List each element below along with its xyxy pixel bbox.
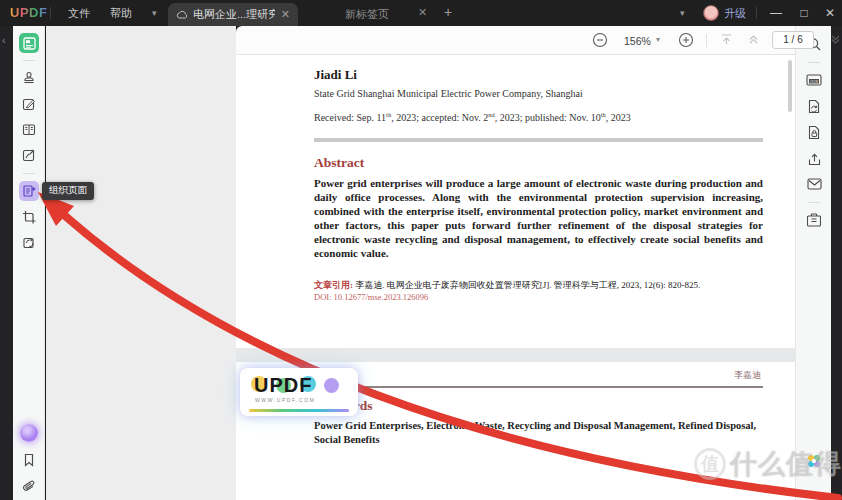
left-edge-strip: ‹ <box>0 26 13 500</box>
next-page-icon[interactable] <box>828 32 842 51</box>
citation-label: 文章引用: <box>314 280 353 290</box>
gradient-bar <box>249 409 349 412</box>
reader-form-icon[interactable] <box>19 120 39 140</box>
section-divider <box>314 138 763 142</box>
attachment-icon[interactable] <box>19 476 39 496</box>
right-toolbar: OCR <box>795 26 831 500</box>
ocr-icon[interactable]: OCR <box>804 70 824 90</box>
abstract-heading: Abstract <box>314 155 364 171</box>
close-tab-icon[interactable]: ✕ <box>281 8 290 21</box>
previous-page-icon[interactable] <box>746 32 761 51</box>
crop-pages-icon[interactable] <box>19 207 39 227</box>
paper-affiliation: State Grid Shanghai Municipal Electric P… <box>314 88 583 99</box>
divider <box>756 7 757 19</box>
updf-logo: UPDF <box>10 5 47 20</box>
tab-title: 新标签页 <box>320 7 414 22</box>
protect-document-icon[interactable] <box>804 122 824 142</box>
thumbnail-panel <box>46 26 236 500</box>
ocr-label: OCR <box>810 80 818 84</box>
zoom-out-icon[interactable] <box>592 32 608 52</box>
page-header-author: 李嘉迪 <box>734 369 761 382</box>
document-toolbar: 156% ▾ 1 / 6 <box>236 26 795 55</box>
chevron-down-icon[interactable]: ▾ <box>152 8 157 18</box>
ai-assistant-icon[interactable] <box>20 424 38 442</box>
close-button[interactable]: ✕ <box>816 0 842 26</box>
zoom-in-icon[interactable] <box>678 32 694 52</box>
tab-title: 电网企业...理研究 <box>193 7 275 22</box>
upgrade-button[interactable]: 升级 <box>724 6 746 21</box>
citation-line: 文章引用: 李嘉迪. 电网企业电子废弃物回收处置管理研究[J]. 管理科学与工程… <box>314 279 774 292</box>
titlebar: UPDF 文件 帮助 ▾ 电网企业...理研究 ✕ 新标签页 ✕ + ▾ 升级 … <box>0 0 842 26</box>
divider <box>23 173 35 174</box>
menu-file[interactable]: 文件 <box>58 0 100 26</box>
chevron-down-icon[interactable]: ▾ <box>680 8 685 18</box>
maximize-button[interactable]: □ <box>790 0 818 26</box>
pdf-page-1: Jiadi Li State Grid Shanghai Municipal E… <box>236 55 795 348</box>
annotate-stamp-icon[interactable] <box>19 68 39 88</box>
divider <box>808 202 820 203</box>
updf-colorful-logo-icon[interactable] <box>804 451 824 471</box>
menu-help[interactable]: 帮助 <box>100 0 142 26</box>
convert-pages-icon[interactable] <box>19 233 39 253</box>
bookmark-icon[interactable] <box>19 450 39 470</box>
page-number-input[interactable]: 1 / 6 <box>772 31 814 49</box>
minimize-button[interactable]: — <box>762 0 790 26</box>
page-thumbnails-icon[interactable] <box>19 33 39 53</box>
chevron-down-icon[interactable]: ▾ <box>656 35 660 44</box>
divider <box>50 7 51 19</box>
updf-watermark-brand: UPDF <box>254 374 312 397</box>
zoom-level[interactable]: 156% <box>624 35 651 47</box>
paper-dates: Received: Sep. 11th, 2023; accepted: Nov… <box>314 111 631 123</box>
collapse-panel-icon[interactable]: ‹ <box>2 34 6 46</box>
divider <box>706 34 707 47</box>
organize-pages-icon[interactable] <box>19 181 39 201</box>
tooltip-organize-pages: 组织页面 <box>42 182 94 200</box>
updf-watermark-url: WWW.UPDF.COM <box>255 397 316 403</box>
scrollbar[interactable] <box>788 60 792 112</box>
save-file-icon[interactable] <box>804 210 824 230</box>
tab-document[interactable]: 电网企业...理研究 ✕ <box>168 3 298 26</box>
left-toolbar <box>13 26 45 500</box>
add-tab-icon[interactable]: + <box>444 4 452 20</box>
updf-window: UPDF 文件 帮助 ▾ 电网企业...理研究 ✕ 新标签页 ✕ + ▾ 升级 … <box>0 0 842 500</box>
first-page-icon[interactable] <box>719 32 734 51</box>
document-canvas[interactable]: Jiadi Li State Grid Shanghai Municipal E… <box>236 55 795 500</box>
header-rule <box>314 386 763 388</box>
abstract-text: Power grid enterprises will produce a la… <box>314 177 763 261</box>
cloud-icon <box>176 10 188 19</box>
updf-watermark: UPDF WWW.UPDF.COM <box>240 368 358 416</box>
paper-author: Jiadi Li <box>314 67 357 83</box>
convert-document-icon[interactable] <box>804 96 824 116</box>
close-tab-icon[interactable]: ✕ <box>418 6 427 19</box>
divider <box>808 62 820 63</box>
sign-page-icon[interactable] <box>19 145 39 165</box>
share-icon[interactable] <box>804 149 824 169</box>
edit-pdf-icon[interactable] <box>19 94 39 114</box>
avatar[interactable] <box>703 5 719 21</box>
divider <box>23 60 35 61</box>
doi-line: DOI: 10.12677/mse.2023.126096 <box>314 292 428 302</box>
right-edge-strip <box>831 26 842 500</box>
tab-new[interactable]: 新标签页 <box>312 3 422 26</box>
keywords-text: Power Grid Enterprises, Electronic Waste… <box>314 419 766 446</box>
email-icon[interactable] <box>804 174 824 194</box>
